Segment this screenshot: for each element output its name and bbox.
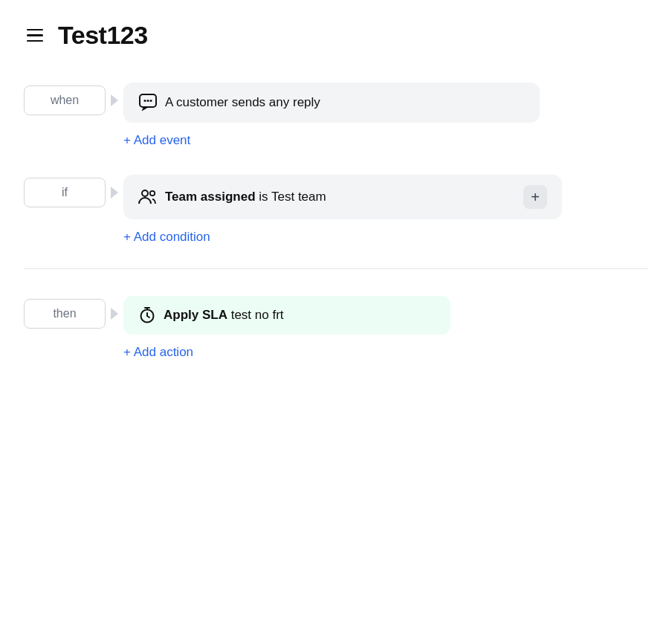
condition-pill[interactable]: Team assigned is Test team + bbox=[123, 175, 562, 219]
main-content: when A customer sends any reply + Add ev… bbox=[0, 65, 672, 413]
condition-pill-left: Team assigned is Test team bbox=[138, 187, 326, 207]
action-bold: Apply SLA bbox=[164, 308, 227, 322]
action-pill[interactable]: Apply SLA test no frt bbox=[123, 296, 450, 335]
header: Test123 bbox=[0, 0, 672, 65]
hamburger-menu-icon[interactable] bbox=[24, 26, 46, 45]
then-content: Apply SLA test no frt + Add action bbox=[123, 293, 648, 360]
add-event-link[interactable]: + Add event bbox=[123, 133, 648, 148]
condition-bold: Team assigned bbox=[165, 190, 256, 204]
svg-point-1 bbox=[144, 100, 146, 102]
if-section: if Team assigned is Test team + bbox=[24, 172, 648, 245]
action-text: Apply SLA test no frt bbox=[164, 308, 284, 323]
svg-point-5 bbox=[150, 191, 155, 196]
when-content: A customer sends any reply + Add event bbox=[123, 80, 648, 148]
add-action-link[interactable]: + Add action bbox=[123, 345, 648, 360]
then-section: then Apply SLA test no frt + Add action bbox=[24, 293, 648, 360]
if-label: if bbox=[24, 178, 106, 207]
section-divider bbox=[24, 268, 648, 269]
if-content: Team assigned is Test team + + Add condi… bbox=[123, 172, 648, 245]
condition-plus-button[interactable]: + bbox=[523, 185, 547, 209]
chat-bubble-icon bbox=[138, 93, 158, 112]
condition-text: Team assigned is Test team bbox=[165, 190, 326, 204]
clock-icon bbox=[138, 306, 156, 324]
action-normal: test no frt bbox=[227, 308, 284, 322]
page-title: Test123 bbox=[58, 21, 148, 50]
svg-point-3 bbox=[150, 100, 152, 102]
team-icon bbox=[138, 187, 158, 207]
when-section: when A customer sends any reply + Add ev… bbox=[24, 80, 648, 148]
when-label: when bbox=[24, 85, 106, 115]
condition-normal: is Test team bbox=[256, 190, 326, 204]
svg-point-4 bbox=[142, 190, 148, 196]
svg-point-2 bbox=[147, 100, 149, 102]
then-label: then bbox=[24, 299, 106, 329]
event-text: A customer sends any reply bbox=[165, 95, 320, 110]
add-condition-link[interactable]: + Add condition bbox=[123, 230, 648, 245]
event-pill[interactable]: A customer sends any reply bbox=[123, 83, 540, 123]
